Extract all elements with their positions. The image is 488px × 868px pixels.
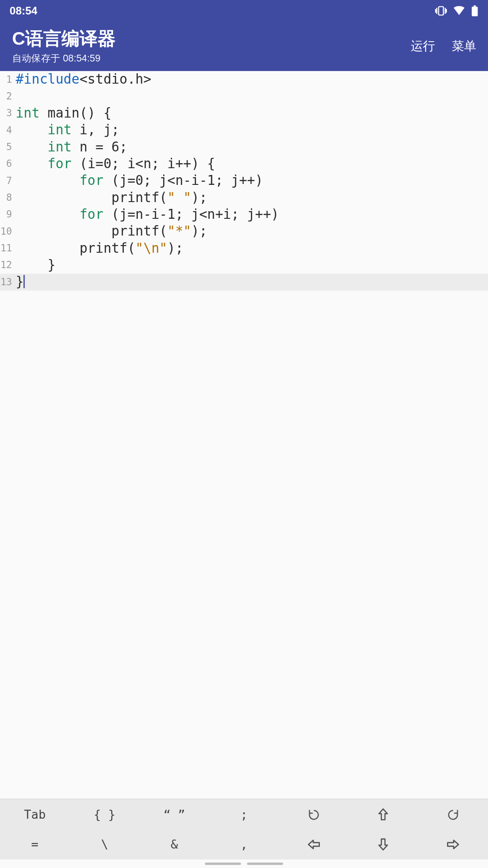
key-redo[interactable] — [418, 799, 488, 830]
code-line[interactable]: 1#include<stdio.h> — [0, 71, 488, 88]
code-content[interactable]: int i, j; — [14, 122, 119, 138]
code-content[interactable]: printf("*"); — [14, 223, 207, 240]
nav-pill — [247, 863, 283, 865]
code-content[interactable]: } — [14, 257, 56, 274]
line-number: 10 — [0, 223, 14, 240]
run-button[interactable]: 运行 — [411, 38, 435, 54]
key-left[interactable] — [279, 830, 348, 860]
code-content[interactable]: int n = 6; — [14, 139, 127, 156]
app-title: C语言编译器 — [12, 27, 411, 52]
code-content[interactable] — [14, 88, 16, 105]
code-line[interactable]: 8 printf(" "); — [0, 189, 488, 206]
svg-rect-0 — [439, 7, 444, 15]
code-content[interactable]: } — [14, 274, 25, 290]
code-line[interactable]: 12 } — [0, 257, 488, 274]
code-line[interactable]: 9 for (j=n-i-1; j<n+i; j++) — [0, 206, 488, 223]
undo-icon — [307, 808, 320, 821]
line-number: 9 — [0, 206, 14, 223]
code-line[interactable]: 7 for (j=0; j<n-i-1; j++) — [0, 172, 488, 189]
text-cursor — [23, 275, 25, 288]
battery-icon — [471, 5, 479, 16]
line-number: 8 — [0, 189, 14, 206]
line-number: 3 — [0, 105, 14, 122]
up-icon — [377, 808, 389, 821]
nav-bar — [0, 859, 488, 868]
code-line[interactable]: 3int main() { — [0, 105, 488, 122]
code-content[interactable]: printf(" "); — [14, 189, 207, 206]
line-number: 6 — [0, 156, 14, 172]
key-undo[interactable] — [279, 799, 348, 830]
key-up[interactable] — [348, 799, 418, 830]
svg-rect-2 — [472, 7, 478, 16]
app-bar: C语言编译器 自动保存于 08:54:59 运行 菜单 — [0, 22, 488, 71]
svg-rect-1 — [474, 5, 476, 7]
key-tab[interactable]: Tab — [0, 799, 70, 830]
line-number: 2 — [0, 88, 14, 105]
line-number: 13 — [0, 274, 14, 290]
key-equals[interactable]: = — [0, 830, 70, 860]
nav-pill — [205, 863, 241, 865]
status-bar: 08:54 — [0, 0, 488, 22]
symbol-toolbar: Tab{ }“ ”;=\&, — [0, 799, 488, 860]
code-content[interactable]: for (i=0; i<n; i++) { — [14, 156, 215, 172]
code-line[interactable]: 11 printf("\n"); — [0, 240, 488, 257]
app-subtitle: 自动保存于 08:54:59 — [12, 52, 411, 65]
key-braces[interactable]: { } — [70, 799, 139, 830]
code-content[interactable]: #include<stdio.h> — [14, 71, 151, 88]
code-line[interactable]: 2 — [0, 88, 488, 105]
menu-button[interactable]: 菜单 — [452, 38, 476, 54]
key-comma[interactable]: , — [209, 830, 279, 860]
code-line[interactable]: 13} — [0, 274, 488, 290]
redo-icon — [446, 808, 460, 821]
code-content[interactable]: for (j=0; j<n-i-1; j++) — [14, 172, 263, 189]
key-semicolon[interactable]: ; — [209, 799, 279, 830]
key-quotes[interactable]: “ ” — [140, 799, 209, 830]
left-icon — [307, 839, 320, 851]
code-content[interactable]: for (j=n-i-1; j<n+i; j++) — [14, 206, 279, 223]
key-ampersand[interactable]: & — [140, 830, 209, 860]
status-time: 08:54 — [9, 5, 37, 17]
code-editor[interactable]: 1#include<stdio.h>23int main() {4 int i,… — [0, 71, 488, 798]
code-line[interactable]: 10 printf("*"); — [0, 223, 488, 240]
line-number: 7 — [0, 172, 14, 189]
code-content[interactable]: int main() { — [14, 105, 112, 122]
down-icon — [377, 838, 389, 851]
key-backslash[interactable]: \ — [70, 830, 139, 860]
line-number: 4 — [0, 122, 14, 138]
code-line[interactable]: 4 int i, j; — [0, 122, 488, 138]
code-line[interactable]: 5 int n = 6; — [0, 139, 488, 156]
line-number: 1 — [0, 71, 14, 88]
line-number: 5 — [0, 139, 14, 156]
wifi-icon — [453, 6, 465, 15]
key-right[interactable] — [418, 830, 488, 860]
key-down[interactable] — [348, 830, 418, 860]
line-number: 12 — [0, 257, 14, 274]
code-line[interactable]: 6 for (i=0; i<n; i++) { — [0, 156, 488, 172]
vibrate-icon — [435, 6, 447, 15]
right-icon — [446, 839, 460, 851]
line-number: 11 — [0, 240, 14, 257]
code-content[interactable]: printf("\n"); — [14, 240, 183, 257]
